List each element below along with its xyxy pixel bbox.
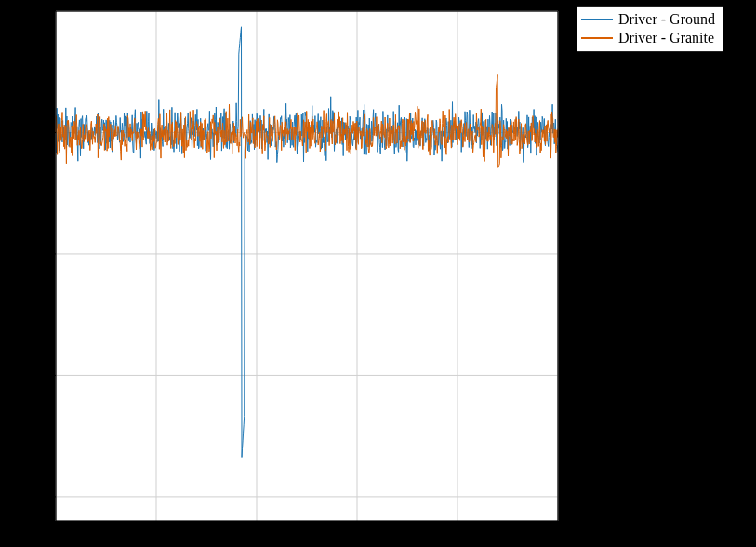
legend-swatch-ground: [581, 19, 613, 20]
legend-item-ground: Driver - Ground: [581, 10, 715, 29]
legend: Driver - Ground Driver - Granite: [577, 6, 723, 52]
time-series-chart: [0, 0, 756, 547]
svg-rect-0: [56, 11, 558, 521]
legend-swatch-granite: [581, 37, 613, 39]
legend-label-granite: Driver - Granite: [618, 30, 714, 47]
legend-item-granite: Driver - Granite: [581, 29, 715, 47]
legend-label-ground: Driver - Ground: [618, 11, 715, 28]
